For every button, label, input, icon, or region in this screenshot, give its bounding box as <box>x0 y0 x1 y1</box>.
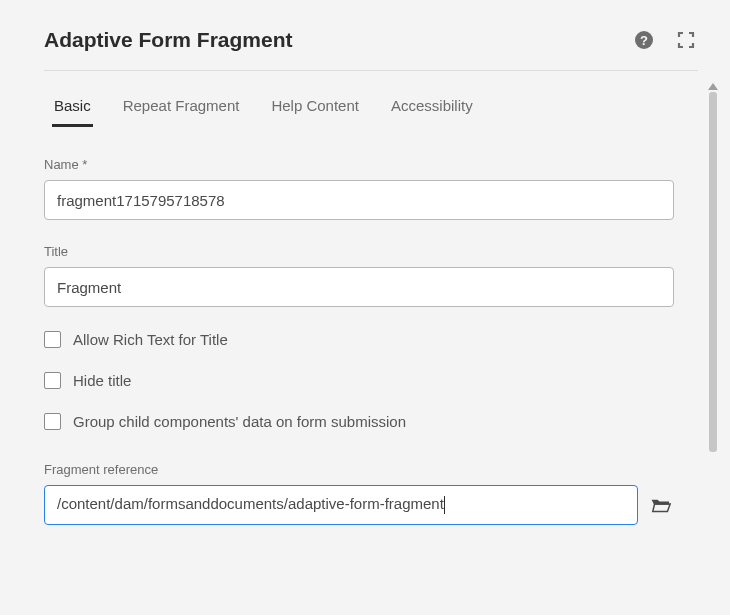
help-icon[interactable]: ? <box>632 28 656 52</box>
tab-accessibility[interactable]: Accessibility <box>389 89 475 127</box>
fullscreen-icon[interactable] <box>674 28 698 52</box>
field-title: Title <box>44 244 674 307</box>
scroll-thumb[interactable] <box>709 92 717 452</box>
fragment-reference-label: Fragment reference <box>44 462 674 477</box>
tab-list: Basic Repeat Fragment Help Content Acces… <box>44 89 698 127</box>
hide-title-label: Hide title <box>73 372 131 389</box>
header-icons: ? <box>632 28 698 52</box>
checkbox-hide-title[interactable]: Hide title <box>44 372 674 389</box>
group-child-label: Group child components' data on form sub… <box>73 413 406 430</box>
svg-text:?: ? <box>640 33 648 48</box>
folder-open-icon[interactable] <box>648 492 674 518</box>
checkbox-icon[interactable] <box>44 331 61 348</box>
checkbox-group-child[interactable]: Group child components' data on form sub… <box>44 413 674 430</box>
title-label: Title <box>44 244 674 259</box>
checkbox-icon[interactable] <box>44 413 61 430</box>
field-fragment-reference: Fragment reference /content/dam/formsand… <box>44 462 674 525</box>
scrollbar[interactable] <box>708 83 718 463</box>
scroll-up-arrow-icon <box>708 83 718 90</box>
name-label: Name * <box>44 157 674 172</box>
fragment-reference-value: /content/dam/formsanddocuments/adaptive-… <box>57 495 445 514</box>
checkbox-icon[interactable] <box>44 372 61 389</box>
fragment-reference-input[interactable]: /content/dam/formsanddocuments/adaptive-… <box>44 485 638 525</box>
checkbox-allow-rich-text[interactable]: Allow Rich Text for Title <box>44 331 674 348</box>
dialog-title: Adaptive Form Fragment <box>44 28 293 52</box>
name-input[interactable] <box>44 180 674 220</box>
tab-repeat-fragment[interactable]: Repeat Fragment <box>121 89 242 127</box>
tab-help-content[interactable]: Help Content <box>269 89 361 127</box>
form-basic: Name * Title Allow Rich Text for Title H… <box>44 127 698 525</box>
title-input[interactable] <box>44 267 674 307</box>
allow-rich-text-label: Allow Rich Text for Title <box>73 331 228 348</box>
dialog-header: Adaptive Form Fragment ? <box>44 28 698 71</box>
tab-basic[interactable]: Basic <box>52 89 93 127</box>
field-name: Name * <box>44 157 674 220</box>
